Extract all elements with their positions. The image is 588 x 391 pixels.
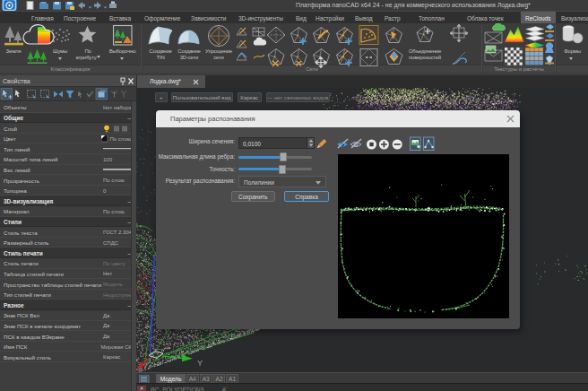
svg-text:Y: Y bbox=[197, 359, 203, 368]
